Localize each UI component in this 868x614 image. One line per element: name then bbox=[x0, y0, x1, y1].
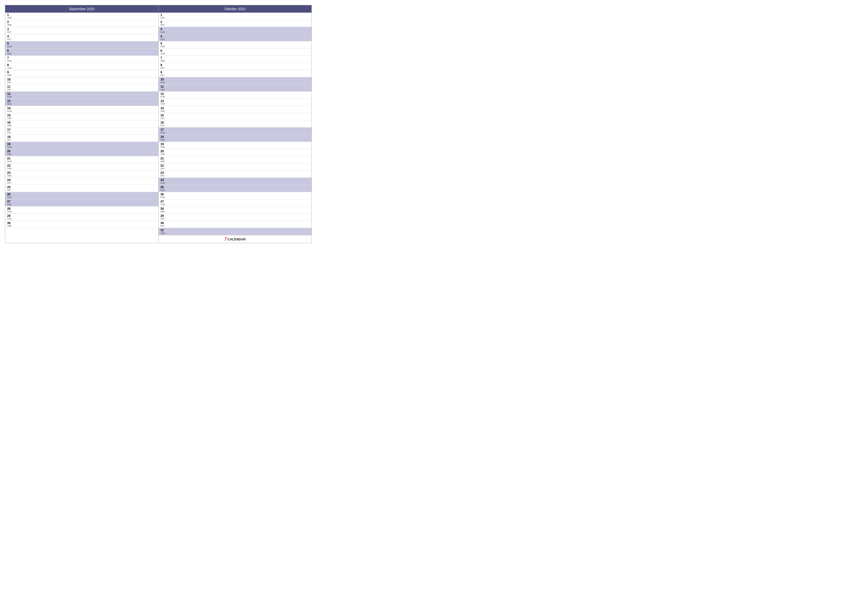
day-row: 9PET bbox=[159, 70, 312, 77]
day-number: 7 bbox=[7, 56, 157, 60]
day-label: ČET bbox=[161, 218, 310, 220]
day-row: 23SRE bbox=[5, 171, 158, 178]
day-row: 12PON bbox=[159, 92, 312, 99]
day-label: TOR bbox=[161, 103, 310, 105]
day-label: TOR bbox=[7, 218, 157, 220]
day-number: 1 bbox=[7, 13, 157, 17]
day-number: 23 bbox=[161, 171, 310, 174]
day-number: 12 bbox=[161, 92, 310, 96]
day-row: 12SOB bbox=[5, 92, 158, 99]
day-row: 4NED bbox=[159, 34, 312, 41]
day-number: 11 bbox=[161, 85, 310, 89]
calendar-footer: 7CALENDAR bbox=[159, 235, 312, 243]
day-label: NED bbox=[7, 153, 157, 155]
day-row: 4PET bbox=[5, 34, 158, 41]
day-label: TOR bbox=[161, 203, 310, 206]
day-label: PET bbox=[161, 24, 310, 26]
day-row: 6TOR bbox=[159, 48, 312, 56]
day-label: NED bbox=[161, 189, 310, 191]
day-number: 24 bbox=[161, 178, 310, 182]
day-row: 1TOR bbox=[5, 12, 158, 20]
day-row: 13NED bbox=[5, 99, 158, 106]
day-label: TOR bbox=[7, 117, 157, 120]
day-label: PON bbox=[7, 210, 157, 213]
day-row: 18PET bbox=[5, 135, 158, 142]
day-number: 15 bbox=[161, 113, 310, 117]
day-row: 19SOB bbox=[5, 142, 158, 149]
day-label: ČET bbox=[161, 67, 310, 69]
day-label: SRE bbox=[161, 160, 310, 163]
day-label: PET bbox=[161, 225, 310, 227]
day-label: TOR bbox=[161, 153, 310, 155]
day-number: 11 bbox=[7, 85, 157, 89]
day-label: PON bbox=[161, 196, 310, 199]
day-number: 1 bbox=[161, 13, 310, 17]
day-number: 26 bbox=[7, 193, 157, 196]
footer-label: CALENDAR bbox=[228, 238, 246, 241]
day-row: 3ČET bbox=[5, 27, 158, 34]
day-row: 30PET bbox=[159, 221, 312, 228]
day-number: 13 bbox=[7, 99, 157, 103]
day-number: 21 bbox=[161, 157, 310, 160]
day-number: 22 bbox=[7, 164, 157, 167]
day-label: SRE bbox=[7, 24, 157, 26]
calendar-icon: 7 bbox=[225, 237, 227, 242]
day-label: PON bbox=[7, 160, 157, 163]
day-row: 18NED bbox=[159, 135, 312, 142]
day-number: 22 bbox=[161, 164, 310, 167]
day-number: 10 bbox=[7, 78, 157, 81]
day-number: 6 bbox=[161, 49, 310, 53]
day-label: SRE bbox=[7, 74, 157, 76]
day-row: 25NED bbox=[159, 185, 312, 192]
footer-logo: 7CALENDAR bbox=[225, 237, 246, 242]
day-label: TOR bbox=[7, 67, 157, 69]
day-label: PON bbox=[7, 60, 157, 62]
day-label: NED bbox=[7, 203, 157, 206]
day-row: 6NED bbox=[5, 48, 158, 56]
day-row: 8TOR bbox=[5, 63, 158, 70]
day-number: 28 bbox=[161, 207, 310, 210]
day-number: 30 bbox=[7, 221, 157, 225]
day-number: 27 bbox=[161, 200, 310, 203]
day-number: 27 bbox=[7, 200, 157, 203]
day-row: 27NED bbox=[5, 199, 158, 207]
day-number: 8 bbox=[7, 64, 157, 67]
day-number: 19 bbox=[7, 142, 157, 146]
day-row: 28PON bbox=[5, 207, 158, 214]
day-number: 7 bbox=[161, 56, 310, 60]
day-number: 29 bbox=[161, 214, 310, 218]
day-row: 24ČET bbox=[5, 178, 158, 185]
day-label: NED bbox=[161, 89, 310, 91]
day-label: ČET bbox=[7, 81, 157, 84]
day-number: 12 bbox=[7, 92, 157, 96]
day-label: SRE bbox=[161, 210, 310, 213]
day-row: 16PET bbox=[159, 120, 312, 127]
day-row: 28SRE bbox=[159, 207, 312, 214]
day-row: 24SOB bbox=[159, 178, 312, 185]
day-number: 20 bbox=[7, 149, 157, 153]
day-row: 20TOR bbox=[159, 149, 312, 156]
day-row: 26PON bbox=[159, 192, 312, 199]
calendar-page: September 20201TOR2SRE3ČET4PET5SOB6NED7P… bbox=[0, 0, 317, 248]
day-label: ČET bbox=[7, 132, 157, 134]
day-label: NED bbox=[7, 53, 157, 55]
day-number: 29 bbox=[7, 214, 157, 218]
day-label: ČET bbox=[161, 167, 310, 170]
day-label: SRE bbox=[7, 225, 157, 227]
day-label: SOB bbox=[7, 196, 157, 199]
day-row: 11NED bbox=[159, 84, 312, 92]
day-label: SOB bbox=[161, 232, 310, 235]
day-number: 23 bbox=[7, 171, 157, 174]
day-label: SRE bbox=[7, 124, 157, 127]
day-label: NED bbox=[161, 38, 310, 40]
day-label: NED bbox=[161, 138, 310, 141]
day-label: SRE bbox=[161, 110, 310, 112]
day-number: 9 bbox=[161, 71, 310, 74]
day-row: 17SOB bbox=[159, 127, 312, 135]
day-number: 17 bbox=[161, 128, 310, 132]
day-number: 8 bbox=[161, 64, 310, 67]
day-label: PON bbox=[161, 146, 310, 148]
month-column-2: Oktober 20201ČET2PET3SOB4NED5PON6TOR7SRE… bbox=[159, 5, 312, 243]
day-label: PET bbox=[7, 189, 157, 191]
day-row: 1ČET bbox=[159, 12, 312, 20]
